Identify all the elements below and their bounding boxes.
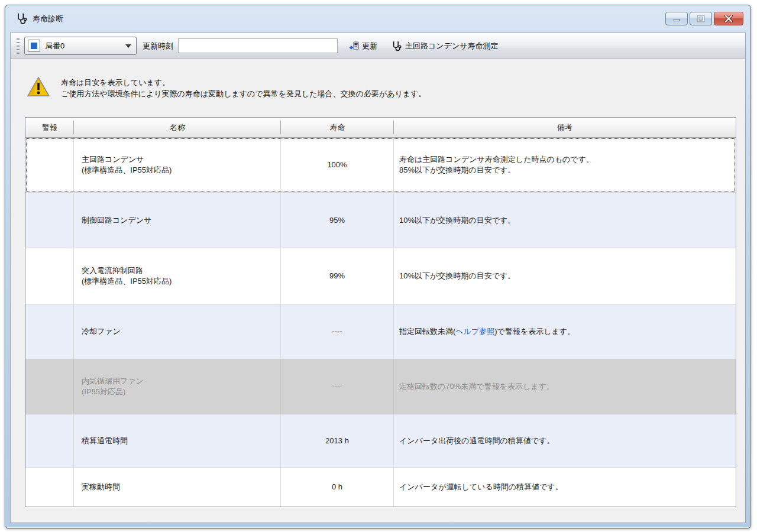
alarm-cell: [25, 193, 74, 248]
life-cell: 95%: [281, 193, 394, 248]
table-header: 警報 名称 寿命 備考: [25, 118, 736, 138]
update-time-label: 更新時刻: [143, 41, 173, 51]
name-cell: 冷却ファン: [74, 304, 281, 359]
life-cell: ----: [281, 304, 394, 359]
table-row-internal-air-circulation-fan[interactable]: 内気循環用ファン (IP55対応品) ---- 定格回転数の70%未満で警報を表…: [25, 359, 736, 414]
chevron-down-icon: [125, 44, 131, 48]
remark-cell: インバータ出荷後の通電時間の積算値です。: [394, 414, 736, 468]
close-icon: [724, 15, 733, 22]
life-notice: 寿命は目安を表示しています。 ご使用方法や環境条件により実際の寿命は変動しますの…: [25, 75, 736, 99]
remark-text: 指定回転数未満(: [399, 326, 455, 337]
remark-text: 寿命は主回路コンデンサ寿命測定した時点のものです。 85%以下が交換時期の目安で…: [399, 154, 594, 176]
alarm-cell: [25, 414, 74, 468]
update-time-input[interactable]: [178, 38, 338, 53]
alarm-cell: [25, 359, 74, 414]
toolbar-grip-handle[interactable]: [17, 38, 20, 54]
table-row-actual-operation-time[interactable]: 実稼動時間 0 h インバータが運転している時間の積算値です。: [25, 468, 736, 507]
alarm-cell: [25, 304, 74, 359]
name-cell: 実稼動時間: [74, 468, 281, 507]
alarm-cell: [25, 468, 74, 507]
restore-icon: [697, 15, 705, 22]
remark-text: 10%以下が交換時期の目安です。: [399, 215, 515, 226]
table-row-cumulative-energization-time[interactable]: 積算通電時間 2013 h インバータ出荷後の通電時間の積算値です。: [25, 414, 736, 468]
title-bar[interactable]: 寿命診断: [5, 5, 750, 33]
window-title: 寿命診断: [33, 14, 63, 24]
remark-cell: 10%以下が交換時期の目安です。: [394, 248, 736, 304]
update-button-label: 更新: [362, 41, 377, 51]
close-button[interactable]: [714, 12, 743, 25]
remark-cell: 10%以下が交換時期の目安です。: [394, 193, 736, 248]
content-area: 寿命は目安を表示しています。 ご使用方法や環境条件により実際の寿命は変動しますの…: [11, 60, 745, 523]
life-diagnosis-table: 警報 名称 寿命 備考 主回路コンデンサ (標準構造品、IP55対応品) 100…: [25, 117, 736, 507]
table-row-main-circuit-capacitor[interactable]: 主回路コンデンサ (標準構造品、IP55対応品) 100% 寿命は主回路コンデン…: [25, 138, 736, 193]
station-select[interactable]: 局番0: [24, 37, 137, 55]
life-cell: 99%: [281, 248, 394, 304]
life-cell: 0 h: [281, 468, 394, 507]
remark-text: インバータ出荷後の通電時間の積算値です。: [399, 436, 554, 446]
toolbar: 局番0 更新時刻 更新: [11, 33, 745, 59]
minimize-icon: [672, 15, 681, 22]
warning-triangle-icon: [25, 75, 51, 99]
header-life: 寿命: [281, 118, 394, 137]
table-row-inrush-current-limit-circuit[interactable]: 突入電流抑制回路 (標準構造品、IP55対応品) 99% 10%以下が交換時期の…: [25, 248, 736, 304]
remark-text: 10%以下が交換時期の目安です。: [399, 271, 515, 281]
help-link[interactable]: ヘルプ参照: [455, 326, 494, 337]
notice-line-2: ご使用方法や環境条件により実際の寿命は変動しますので異常を発見した場合、交換の必…: [61, 88, 426, 99]
alarm-cell: [25, 138, 74, 193]
remark-cell: 寿命は主回路コンデンサ寿命測定した時点のものです。 85%以下が交換時期の目安で…: [394, 138, 736, 193]
main-capacitor-life-measure-button[interactable]: 主回路コンデンサ寿命測定: [389, 38, 502, 54]
remark-text: )で警報を表示します。: [494, 326, 575, 337]
life-cell: ----: [281, 359, 394, 414]
header-name: 名称: [74, 118, 281, 137]
measure-button-label: 主回路コンデンサ寿命測定: [405, 41, 499, 51]
table-row-control-circuit-capacitor[interactable]: 制御回路コンデンサ 95% 10%以下が交換時期の目安です。: [25, 193, 736, 248]
header-remark: 備考: [394, 118, 736, 137]
name-cell: 積算通電時間: [74, 414, 281, 468]
notice-text: 寿命は目安を表示しています。 ご使用方法や環境条件により実際の寿命は変動しますの…: [61, 75, 426, 99]
table-row-cooling-fan[interactable]: 冷却ファン ---- 指定回転数未満(ヘルプ参照)で警報を表示します。: [25, 304, 736, 359]
life-cell: 100%: [281, 138, 394, 193]
update-button[interactable]: 更新: [346, 38, 380, 54]
window-controls: [665, 12, 743, 25]
stethoscope-icon: [16, 13, 28, 25]
stethoscope-icon: [392, 41, 402, 51]
name-cell: 主回路コンデンサ (標準構造品、IP55対応品): [74, 138, 281, 193]
station-square-icon: [28, 40, 40, 52]
device-refresh-icon: [349, 41, 359, 51]
notice-line-1: 寿命は目安を表示しています。: [61, 77, 426, 88]
alarm-cell: [25, 248, 74, 304]
app-window: 寿命診断: [5, 5, 751, 528]
remark-cell: 指定回転数未満(ヘルプ参照)で警報を表示します。: [394, 304, 736, 359]
name-cell: 制御回路コンデンサ: [74, 193, 281, 248]
restore-button[interactable]: [690, 12, 712, 25]
header-alarm: 警報: [25, 118, 74, 137]
remark-text: 定格回転数の70%未満で警報を表示します。: [399, 381, 554, 392]
station-select-value: 局番0: [45, 41, 125, 51]
remark-cell: インバータが運転している時間の積算値です。: [394, 468, 736, 507]
remark-cell: 定格回転数の70%未満で警報を表示します。: [394, 359, 736, 414]
minimize-button[interactable]: [665, 12, 688, 25]
name-cell: 内気循環用ファン (IP55対応品): [74, 359, 281, 414]
name-cell: 突入電流抑制回路 (標準構造品、IP55対応品): [74, 248, 281, 304]
life-cell: 2013 h: [281, 414, 394, 468]
client-area: 局番0 更新時刻 更新: [10, 33, 746, 523]
remark-text: インバータが運転している時間の積算値です。: [399, 482, 563, 492]
